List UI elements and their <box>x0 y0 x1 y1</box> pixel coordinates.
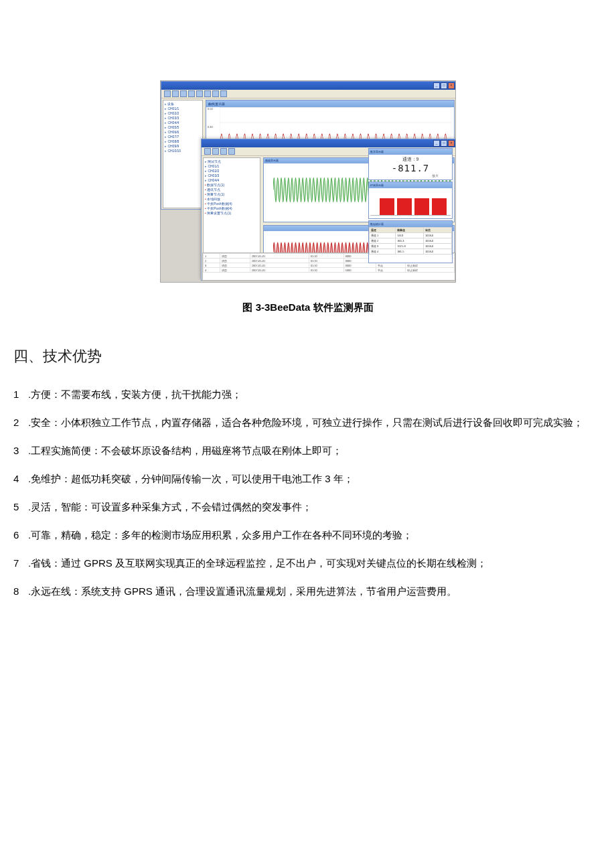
tree-node[interactable]: 设备 <box>165 102 201 107</box>
figure-caption: 图 3-3BeeData 软件监测界面 <box>242 301 373 314</box>
tree-leaf[interactable]: 通讯节点 <box>205 188 258 192</box>
stats-table-panel: 数据统计器 通道测量值状态 通道 159131018-0 通道 2365.310… <box>368 220 453 263</box>
bar <box>380 198 394 215</box>
list-item: 6.可靠，精确，稳定：多年的检测市场应用积累，众多用户工作在各种不同环境的考验； <box>13 527 603 543</box>
panel-title: 数据统计器 <box>369 221 452 227</box>
maximize-icon[interactable]: □ <box>441 140 447 147</box>
table-row: 通道 31021.81018-0 <box>370 244 452 249</box>
tree-node[interactable]: CH04/4 <box>205 178 258 183</box>
close-icon[interactable]: × <box>448 140 455 147</box>
tree-node[interactable]: CH01/1 <box>165 107 201 111</box>
list-item: 4.免维护：超低功耗突破，分钟间隔传输一次，可以使用干电池工作 3 年； <box>13 471 603 487</box>
bar-chart <box>370 190 451 216</box>
tree-node[interactable]: CH10/10 <box>165 149 201 153</box>
bar <box>414 198 429 215</box>
channel-label: 通道：9 <box>369 156 452 163</box>
tool-icon[interactable] <box>220 90 227 97</box>
table-row: 通道 2365.31018-0 <box>370 238 452 244</box>
tree-leaf[interactable]: 测量节点(1) <box>205 192 258 197</box>
tree-node[interactable]: CH07/7 <box>165 135 201 139</box>
sub-label: 放大 <box>369 173 452 178</box>
tool-icon[interactable] <box>212 90 219 97</box>
panel-title: 数字显示器 <box>369 149 452 155</box>
tree-leaf[interactable]: 本地回放 <box>205 197 258 202</box>
maximize-icon[interactable]: □ <box>441 82 447 89</box>
tree-node[interactable]: CH01/1 <box>205 164 258 169</box>
minimize-icon[interactable]: _ <box>433 82 440 89</box>
section-heading: 四、技术优势 <box>13 346 603 366</box>
tree-node[interactable]: CH08/8 <box>165 139 201 144</box>
list-item: 5.灵活，智能：可设置多种采集方式，不会错过偶然的突发事件； <box>13 499 603 515</box>
numeric-display-panel: 数字显示器 通道：9 -811.7 放大 <box>368 148 453 180</box>
bar <box>397 198 412 215</box>
tree-node[interactable]: 测试节点 <box>205 159 258 164</box>
main-toolbar <box>161 90 456 98</box>
tree-leaf[interactable]: 干扰Push数据(4) <box>205 206 258 211</box>
tool-icon[interactable] <box>228 148 235 155</box>
tool-icon[interactable] <box>212 148 219 155</box>
table-row: 3消息2007-01-0101:103000节点停止采样 <box>204 263 455 268</box>
tree-node[interactable]: CH02/2 <box>205 169 258 173</box>
bar <box>432 198 447 215</box>
tree-node[interactable]: CH06/6 <box>165 130 201 135</box>
wave-panel-title: 曲线显示器 <box>206 100 454 107</box>
tool-icon[interactable] <box>204 90 211 97</box>
tree-node[interactable]: CH05/5 <box>165 125 201 130</box>
tree-leaf[interactable]: 数据节点(1) <box>205 183 258 188</box>
tool-icon[interactable] <box>172 90 179 97</box>
panel-title: 柱状显示器 <box>369 182 452 188</box>
tree-node[interactable]: CH02/2 <box>165 111 201 116</box>
tool-icon[interactable] <box>188 90 195 97</box>
table-row: 通道 159131018-0 <box>370 233 452 238</box>
tool-icon[interactable] <box>204 148 211 155</box>
tree-node[interactable]: CH04/4 <box>165 121 201 125</box>
tree-leaf[interactable]: 测量设置节点(1) <box>205 211 258 216</box>
mid-titlebar: _ □ × <box>202 139 456 147</box>
list-item: 1.方便：不需要布线，安装方便，抗干扰能力强； <box>13 386 603 403</box>
close-icon[interactable]: × <box>448 82 455 89</box>
list-item: 7.省钱：通过 GPRS 及互联网实现真正的全球远程监控，足不出户，可实现对关键… <box>13 555 603 571</box>
tool-icon[interactable] <box>196 90 203 97</box>
tool-icon[interactable] <box>180 90 187 97</box>
beedata-screenshot: _ □ × 设备 <box>160 80 456 283</box>
figure-block: _ □ × 设备 <box>13 80 603 314</box>
bar-display-panel: 柱状显示器 <box>368 182 453 219</box>
list-item: 2.安全：小体积独立工作节点，内置存储器，适合各种危险环境，可独立进行操作，只需… <box>13 415 603 431</box>
numeric-value: -811.7 <box>369 163 452 173</box>
tree-node[interactable]: CH03/3 <box>165 116 201 121</box>
table-row: 通道 4381.51018-0 <box>370 249 452 255</box>
table-row: 4消息2007-01-0101:105000节点停止采样 <box>204 268 455 273</box>
list-item: 3.工程实施简便：不会破坏原设备结构，用磁座将节点吸在刚体上即可； <box>13 443 603 459</box>
advantages-list: 1.方便：不需要布线，安装方便，抗干扰能力强； 2.安全：小体积独立工作节点，内… <box>13 386 603 599</box>
tree-node[interactable]: CH03/3 <box>205 173 258 178</box>
tree-node[interactable]: CH09/9 <box>165 144 201 149</box>
main-titlebar: _ □ × <box>161 82 456 90</box>
device-tree[interactable]: 设备 CH01/1 CH02/2 CH03/3 CH04/4 CH05/5 CH… <box>163 100 203 208</box>
tool-icon[interactable] <box>220 148 227 155</box>
list-item: 8.永远在线：系统支持 GPRS 通讯，合理设置通讯流量规划，采用先进算法，节省… <box>13 583 603 599</box>
tool-icon[interactable] <box>164 90 171 97</box>
tree-leaf[interactable]: 干扰Push数据(4) <box>205 202 258 206</box>
minimize-icon[interactable]: _ <box>433 140 440 147</box>
